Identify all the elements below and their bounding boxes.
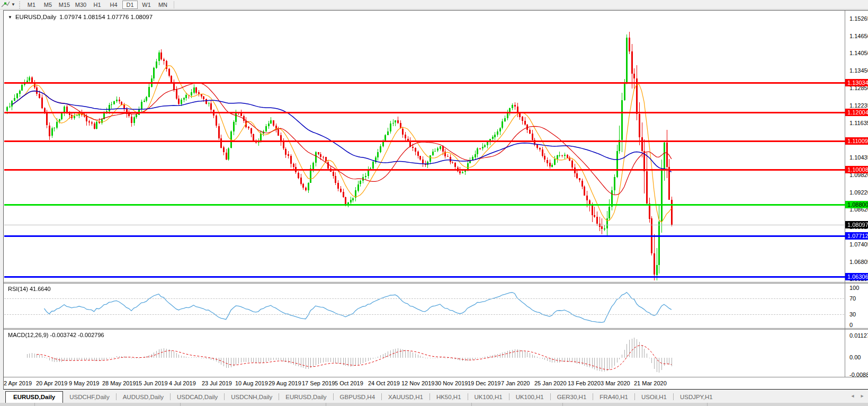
chart-window: ▼ EURUSD,Daily 1.07974 1.08154 1.07776 1…: [3, 10, 868, 390]
price-axis-tick: 1.15265: [847, 15, 868, 22]
level-price-label: 1.12004: [845, 109, 868, 116]
level-price-label: 1.10008: [845, 166, 868, 173]
panel-divider[interactable]: [4, 329, 868, 330]
timeframe-toolbar: ▼ M1M5M15M30H1H4D1W1MN: [0, 0, 868, 10]
horizontal-level-line[interactable]: [4, 235, 846, 237]
date-axis-label: 24 Oct 2019: [368, 380, 400, 386]
timeframe-button-m15[interactable]: M15: [57, 1, 72, 9]
date-axis-label: 21 Mar 2020: [634, 380, 667, 386]
macd-axis-tick: 0.00: [847, 354, 868, 361]
current-price-label: 1.08097: [845, 221, 868, 228]
date-axis-label: 15 Jun 2019: [136, 380, 168, 386]
date-axis-label: 5 Oct 2019: [335, 380, 363, 386]
price-axis-tick: 1.06805: [847, 259, 868, 266]
tab-scroll-right-icon[interactable]: ▸: [858, 393, 866, 399]
date-axis-label: 29 Aug 2019: [269, 380, 301, 386]
timeframe-button-m30[interactable]: M30: [73, 1, 88, 9]
macd-label: MACD(12,26,9) -0.003742 -0.002796: [8, 332, 104, 338]
date-axis-label: 3 Mar 2020: [601, 380, 630, 386]
line-tool-icon[interactable]: [1, 1, 10, 8]
date-axis-label: 17 Sep 2019: [302, 380, 335, 386]
chart-tab-audusd-daily[interactable]: AUDUSD,Daily: [117, 392, 170, 403]
horizontal-level-line[interactable]: [4, 204, 846, 206]
current-price-line: [4, 225, 846, 225]
price-axis-tick: 1.13450: [847, 67, 868, 74]
panel-divider[interactable]: [4, 283, 868, 284]
date-axis-label: 28 May 2019: [102, 380, 136, 386]
toolbar-grip[interactable]: [19, 1, 21, 8]
price-axis-tick: 1.07405: [847, 241, 868, 248]
date-axis-label: 19 Dec 2019: [468, 380, 500, 386]
tab-scroll-left-icon[interactable]: ◂: [849, 393, 856, 399]
rsi-axis-tick: 0: [847, 322, 868, 329]
timeframe-button-mn[interactable]: MN: [155, 1, 171, 9]
chart-tab-usdjpy-h1[interactable]: USDJPY,H1: [674, 392, 719, 403]
timeframe-button-w1[interactable]: W1: [139, 1, 154, 9]
bottom-scroll-strip[interactable]: [0, 403, 868, 406]
price-axis-tick: 1.11635: [847, 120, 868, 127]
rsi-level-70-line: [4, 298, 844, 299]
chart-tab-usdcad-daily[interactable]: USDCAD,Daily: [171, 392, 224, 403]
panel-divider[interactable]: [4, 282, 868, 283]
chart-tab-uk100-h1[interactable]: UK100,H1: [468, 392, 509, 403]
timeframe-button-d1[interactable]: D1: [122, 1, 138, 9]
level-price-label: 1.07712: [845, 232, 868, 240]
horizontal-level-line[interactable]: [4, 112, 846, 113]
chart-tab-uk100-h1[interactable]: UK100,H1: [509, 392, 550, 403]
horizontal-level-line[interactable]: [4, 169, 846, 171]
chart-tab-ger30-h1[interactable]: GER30,H1: [551, 392, 593, 403]
date-axis-label: 12 Nov 2019: [401, 380, 434, 386]
timeframe-button-m5[interactable]: M5: [40, 1, 56, 9]
chart-symbol-label: EURUSD,Daily: [15, 14, 56, 20]
price-axis-tick: 1.14650: [847, 33, 868, 40]
timeframe-button-m1[interactable]: M1: [24, 1, 39, 9]
chart-tab-fra40-h1[interactable]: FRA40,H1: [593, 392, 634, 403]
chart-tab-usdcnh-daily[interactable]: USDCNH,Daily: [225, 392, 279, 403]
toolbar-separator: [174, 1, 174, 8]
date-axis-label: 10 Aug 2019: [235, 380, 268, 386]
price-axis-tick: 1.14050: [847, 50, 868, 57]
panel-divider: [4, 377, 868, 377]
level-price-label: 1.08800: [845, 201, 868, 208]
level-price-label: 1.13034: [845, 79, 868, 86]
chart-ohlc-values: 1.07974 1.08154 1.07776 1.08097: [59, 14, 153, 20]
price-axis-border: [845, 11, 845, 377]
date-axis-label: 20 Apr 2019: [36, 380, 67, 386]
horizontal-level-line[interactable]: [4, 276, 846, 278]
macd-axis-tick: 0.011277: [847, 332, 868, 339]
horizontal-level-line[interactable]: [4, 82, 846, 84]
chart-tab-usoil-h1[interactable]: USOil,H1: [635, 392, 673, 403]
date-axis-label: 23 Jul 2019: [202, 380, 232, 386]
level-price-label: 1.11009: [845, 137, 868, 145]
tool-dropdown-icon[interactable]: ▼: [10, 2, 16, 7]
chart-tab-gbpusd-h4[interactable]: GBPUSD,H4: [334, 392, 381, 403]
rsi-level-30-line: [4, 314, 844, 315]
rsi-axis-tick: 30: [847, 311, 868, 318]
rsi-axis-tick: 70: [847, 295, 868, 302]
date-axis-label: 4 Jul 2019: [169, 380, 196, 386]
level-price-label: 1.06306: [845, 273, 868, 280]
chart-tab-eurusd-daily[interactable]: EURUSD,Daily: [5, 391, 63, 403]
date-axis-label: 9 May 2019: [69, 380, 99, 386]
chart-title-dropdown-icon[interactable]: ▼: [8, 15, 12, 20]
chart-tab-usdchf-daily[interactable]: USDCHF,Daily: [63, 392, 115, 403]
date-axis-label: 13 Feb 2020: [568, 380, 601, 386]
date-axis-label: 7 Jan 2020: [501, 380, 530, 386]
chart-tab-xauusd-h1[interactable]: XAUUSD,H1: [382, 392, 429, 403]
chart-title: ▼ EURUSD,Daily 1.07974 1.08154 1.07776 1…: [8, 14, 153, 20]
chart-tab-hk50-h1[interactable]: HK50,H1: [430, 392, 468, 403]
rsi-panel-canvas[interactable]: [4, 284, 844, 328]
timeframe-button-h1[interactable]: H1: [90, 1, 105, 9]
main-chart-canvas[interactable]: [4, 12, 845, 282]
macd-axis-tick: -0.008845: [847, 372, 868, 378]
date-axis-label: 25 Jan 2020: [534, 380, 567, 386]
horizontal-level-line[interactable]: [4, 140, 846, 142]
chart-tab-bar: EURUSD,DailyUSDCHF,DailyAUDUSD,DailyUSDC…: [0, 390, 868, 403]
macd-panel-canvas[interactable]: [4, 330, 844, 377]
chart-tab-eurusd-daily[interactable]: EURUSD,Daily: [279, 392, 333, 403]
rsi-axis-tick: 100: [847, 285, 868, 292]
price-axis-tick: 1.09220: [847, 189, 868, 196]
rsi-label: RSI(14) 41.6640: [8, 286, 51, 292]
timeframe-button-h4[interactable]: H4: [106, 1, 121, 9]
panel-divider[interactable]: [4, 328, 868, 329]
